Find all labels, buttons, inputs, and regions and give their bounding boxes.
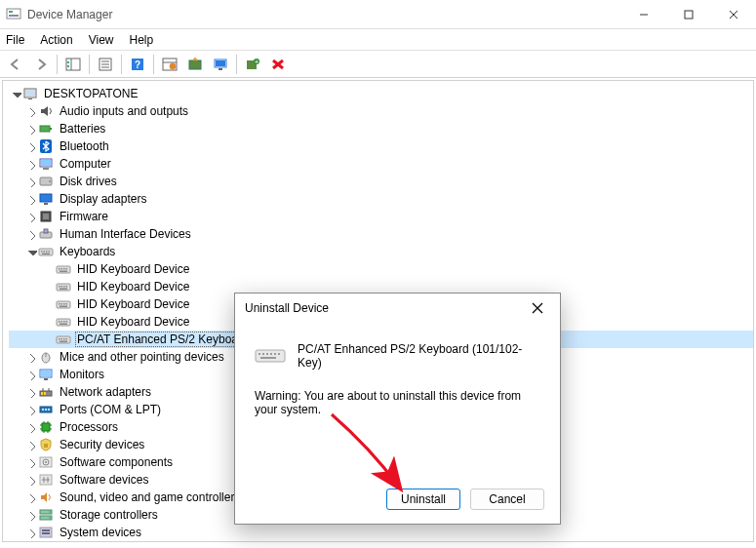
titlebar: Device Manager: [0, 0, 756, 29]
chevron-icon[interactable]: [24, 473, 38, 487]
chevron-icon[interactable]: [24, 438, 38, 451]
svg-rect-61: [63, 286, 65, 288]
tree-category[interactable]: Bluetooth: [9, 137, 753, 155]
tree-category[interactable]: Computer: [9, 155, 753, 173]
tree-category[interactable]: Display adapters: [9, 190, 753, 208]
chevron-icon[interactable]: [24, 350, 38, 364]
tree-category-label: Software devices: [58, 473, 150, 487]
menu-view[interactable]: View: [89, 33, 114, 47]
svg-rect-10: [67, 65, 69, 67]
chevron-icon[interactable]: [24, 368, 38, 381]
chevron-icon[interactable]: [9, 87, 22, 100]
dialog-title-text: Uninstall Device: [245, 301, 523, 315]
chevron-icon[interactable]: [24, 245, 38, 258]
tree-device[interactable]: HID Keyboard Device: [9, 260, 753, 278]
tree-category[interactable]: Firmware: [9, 208, 753, 225]
svg-rect-56: [66, 268, 68, 270]
chevron-icon[interactable]: [24, 157, 38, 171]
svg-rect-62: [66, 286, 68, 288]
tree-category-label: Monitors: [58, 368, 106, 381]
svg-point-94: [45, 409, 47, 411]
tree-category-label: Human Interface Devices: [58, 227, 193, 241]
svg-point-112: [49, 511, 51, 513]
tree-category[interactable]: Batteries: [9, 120, 753, 137]
svg-point-95: [48, 409, 50, 411]
tree-category-label: Display adapters: [58, 192, 148, 206]
chevron-icon[interactable]: [24, 455, 38, 469]
chevron-icon[interactable]: [24, 104, 38, 118]
hid-icon: [38, 226, 54, 242]
toolbar-separator: [121, 55, 122, 74]
keyboard-icon: [56, 279, 71, 294]
svg-point-39: [49, 180, 51, 182]
chevron-icon[interactable]: [24, 420, 38, 434]
help-button[interactable]: ?: [126, 53, 149, 76]
tree-category-label: Network adapters: [58, 385, 153, 399]
add-driver-button[interactable]: +: [241, 53, 264, 76]
chevron-icon[interactable]: [24, 403, 38, 416]
tree-category[interactable]: System devices: [9, 524, 753, 541]
svg-rect-122: [266, 353, 268, 355]
tree-device-label: HID Keyboard Device: [75, 315, 191, 329]
uninstall-device-button[interactable]: [266, 53, 290, 76]
svg-rect-0: [7, 9, 20, 19]
tree-category[interactable]: Keyboards: [9, 243, 753, 260]
tree-category-label: Processors: [58, 420, 120, 434]
computer-icon: [22, 86, 38, 101]
svg-rect-89: [44, 392, 46, 395]
svg-rect-51: [42, 254, 50, 255]
toolbar: ? +: [0, 51, 756, 78]
tree-root[interactable]: DESKTOPATONE: [9, 85, 753, 102]
svg-rect-43: [43, 214, 49, 219]
svg-point-93: [42, 409, 44, 411]
minimize-button[interactable]: [621, 0, 666, 29]
toolbar-separator: [236, 55, 237, 74]
maximize-button[interactable]: [666, 0, 711, 29]
sound-icon: [38, 489, 54, 505]
show-hide-console-button[interactable]: [61, 53, 85, 76]
chevron-icon[interactable]: [24, 122, 38, 136]
toolbar-separator: [57, 55, 58, 74]
dialog-close-button[interactable]: [523, 294, 552, 323]
tree-category-label: Software components: [58, 455, 175, 469]
toolbar-separator: [153, 55, 154, 74]
chevron-icon[interactable]: [24, 210, 38, 223]
monitor-button[interactable]: [209, 53, 232, 76]
svg-rect-121: [262, 353, 264, 355]
update-driver-button[interactable]: [183, 53, 207, 76]
svg-rect-47: [41, 251, 43, 253]
back-button[interactable]: [4, 53, 27, 76]
dialog-body: PC/AT Enhanced PS/2 Keyboard (101/102-Ke…: [235, 323, 560, 450]
forward-button[interactable]: [29, 53, 53, 76]
svg-rect-85: [41, 371, 51, 376]
properties-button[interactable]: [94, 53, 117, 76]
cancel-button[interactable]: Cancel: [470, 489, 544, 510]
svg-rect-48: [44, 251, 46, 253]
menu-help[interactable]: Help: [130, 33, 154, 47]
chevron-icon[interactable]: [24, 490, 38, 504]
tree-category[interactable]: Human Interface Devices: [9, 225, 753, 243]
close-button[interactable]: [711, 0, 756, 29]
tree-category-label: Bluetooth: [58, 139, 111, 153]
uninstall-button[interactable]: Uninstall: [386, 489, 460, 510]
chevron-icon[interactable]: [24, 139, 38, 153]
keyboard-icon: [38, 244, 54, 259]
computer-icon: [38, 156, 54, 172]
chevron-icon[interactable]: [24, 385, 38, 399]
chevron-icon[interactable]: [24, 227, 38, 241]
svg-point-19: [170, 63, 176, 69]
dialog-warning-text: Warning: You are about to uninstall this…: [255, 389, 544, 416]
keyboard-icon: [255, 346, 286, 366]
chevron-icon[interactable]: [24, 192, 38, 206]
chevron-icon[interactable]: [24, 526, 38, 539]
tree-category[interactable]: Disk drives: [9, 173, 753, 190]
tree-category[interactable]: Audio inputs and outputs: [9, 102, 753, 120]
svg-rect-88: [41, 392, 43, 395]
svg-rect-36: [41, 160, 51, 166]
scan-hardware-button[interactable]: [158, 53, 181, 76]
menu-action[interactable]: Action: [40, 33, 72, 47]
menu-file[interactable]: File: [6, 33, 24, 47]
chevron-icon[interactable]: [24, 175, 38, 188]
svg-rect-9: [67, 61, 69, 63]
chevron-icon[interactable]: [24, 508, 38, 522]
